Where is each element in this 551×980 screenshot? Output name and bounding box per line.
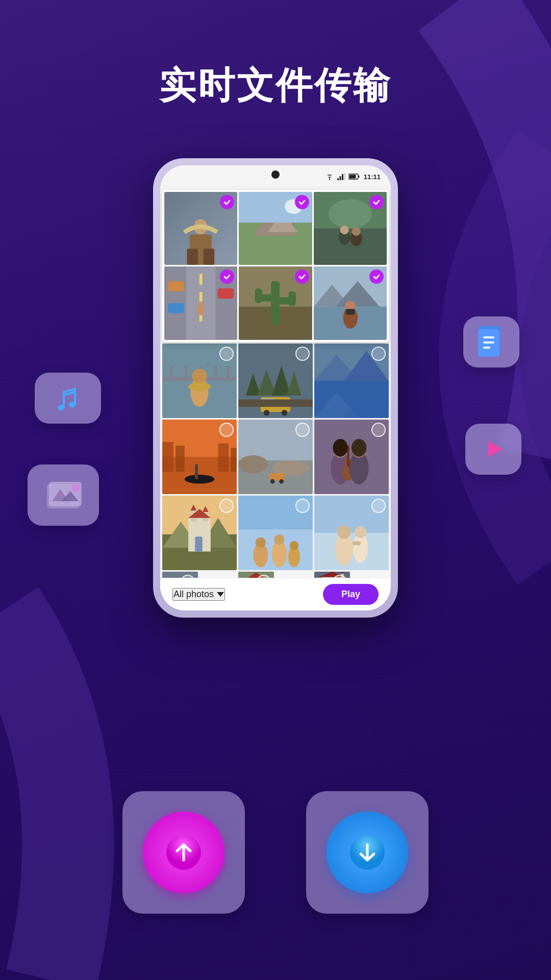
svg-point-121 xyxy=(337,525,350,538)
floating-document-icon[interactable] xyxy=(463,316,519,368)
download-container xyxy=(306,791,429,914)
photo-cell-p10[interactable] xyxy=(162,420,237,494)
svg-rect-36 xyxy=(271,281,280,325)
transfer-section xyxy=(122,791,429,914)
svg-rect-11 xyxy=(204,249,214,265)
download-icon xyxy=(349,835,385,870)
svg-point-84 xyxy=(238,455,268,473)
photo-cell-p11[interactable] xyxy=(238,420,313,494)
wifi-icon xyxy=(325,173,334,180)
photo-cell-p3[interactable] xyxy=(314,192,387,265)
svg-rect-30 xyxy=(168,303,184,313)
svg-point-87 xyxy=(270,479,275,483)
row-4 xyxy=(162,420,389,494)
floating-video-icon[interactable] xyxy=(465,424,521,475)
music-note-icon xyxy=(53,383,83,413)
status-bar: 11:11 xyxy=(160,165,391,188)
svg-rect-47 xyxy=(346,309,355,314)
photo-cell-p5[interactable] xyxy=(239,266,312,339)
svg-point-57 xyxy=(188,382,211,391)
row-6 xyxy=(162,572,389,578)
all-photos-label: All photos xyxy=(173,589,214,600)
photo-cell-p4[interactable] xyxy=(164,266,237,339)
photo-cell-p2[interactable] xyxy=(239,192,312,265)
svg-rect-29 xyxy=(168,281,184,291)
svg-rect-39 xyxy=(255,288,262,303)
selected-row-1 xyxy=(164,192,387,265)
svg-point-97 xyxy=(333,439,348,457)
svg-rect-2 xyxy=(339,176,341,180)
svg-marker-151 xyxy=(488,441,503,457)
select-circle-p15 xyxy=(371,499,386,513)
select-circle-p11 xyxy=(295,423,310,437)
svg-rect-54 xyxy=(227,365,230,380)
row-3 xyxy=(162,344,389,418)
photo-cell-p18[interactable] xyxy=(314,572,350,578)
signal-icon xyxy=(337,173,345,180)
floating-image-icon[interactable] xyxy=(28,464,99,526)
svg-rect-67 xyxy=(238,399,313,407)
photo-cell-p16[interactable] xyxy=(162,572,198,578)
svg-point-66 xyxy=(282,410,288,416)
upload-button[interactable] xyxy=(143,812,224,893)
clock-time: 11:11 xyxy=(364,173,381,181)
floating-music-icon[interactable] xyxy=(35,373,101,424)
select-circle-p9 xyxy=(371,347,386,361)
svg-rect-3 xyxy=(342,174,343,180)
photo-cell-p14[interactable] xyxy=(238,496,313,570)
phone-notch xyxy=(271,170,280,179)
photo-cell-p6[interactable] xyxy=(314,266,387,339)
select-circle-p14 xyxy=(295,499,310,513)
check-badge-p2 xyxy=(295,195,309,209)
photo-cell-p17[interactable] xyxy=(238,572,274,578)
svg-point-123 xyxy=(355,526,366,538)
row-5 xyxy=(162,496,389,570)
svg-rect-4 xyxy=(344,173,345,180)
svg-point-23 xyxy=(352,227,360,236)
svg-rect-53 xyxy=(214,365,217,380)
svg-point-0 xyxy=(329,179,330,180)
svg-point-22 xyxy=(340,226,348,234)
play-button[interactable]: Play xyxy=(323,584,379,605)
svg-point-80 xyxy=(185,475,214,484)
svg-rect-79 xyxy=(231,448,237,472)
photo-cell-p9[interactable] xyxy=(314,344,389,418)
svg-point-150 xyxy=(71,484,80,492)
svg-rect-31 xyxy=(218,288,234,299)
svg-rect-10 xyxy=(187,249,198,265)
play-icon xyxy=(480,436,507,462)
check-badge-p3 xyxy=(369,195,384,209)
svg-point-65 xyxy=(264,410,270,416)
phone-content: All photos Play xyxy=(160,188,391,610)
upload-icon xyxy=(166,835,202,870)
svg-rect-7 xyxy=(349,175,356,179)
photo-cell-p12[interactable] xyxy=(314,420,389,494)
svg-rect-144 xyxy=(483,341,494,344)
chevron-down-icon xyxy=(217,592,224,597)
image-icon xyxy=(45,480,82,510)
svg-point-56 xyxy=(192,369,207,383)
svg-rect-51 xyxy=(185,365,188,380)
bottom-bar: All photos Play xyxy=(160,578,391,610)
check-badge-p5 xyxy=(295,270,309,284)
photo-cell-p13[interactable] xyxy=(162,496,237,570)
svg-point-117 xyxy=(290,541,299,550)
svg-rect-76 xyxy=(162,442,173,471)
photo-cell-p1[interactable] xyxy=(164,192,237,265)
svg-rect-81 xyxy=(195,464,198,479)
select-circle-p8 xyxy=(295,347,310,361)
upload-container xyxy=(122,791,245,914)
photo-grid-unselected xyxy=(160,342,391,578)
select-circle-p7 xyxy=(219,347,234,361)
page-title: 实时文件传输 xyxy=(0,61,551,110)
select-circle-p10 xyxy=(219,423,234,437)
download-button[interactable] xyxy=(327,812,408,893)
svg-rect-40 xyxy=(289,291,296,306)
svg-rect-143 xyxy=(483,336,494,338)
all-photos-button[interactable]: All photos xyxy=(172,588,225,601)
photo-cell-p7[interactable] xyxy=(162,344,237,418)
photo-cell-p15[interactable] xyxy=(314,496,389,570)
photo-cell-p8[interactable] xyxy=(238,344,313,418)
svg-rect-6 xyxy=(358,176,359,178)
svg-point-98 xyxy=(352,439,366,457)
